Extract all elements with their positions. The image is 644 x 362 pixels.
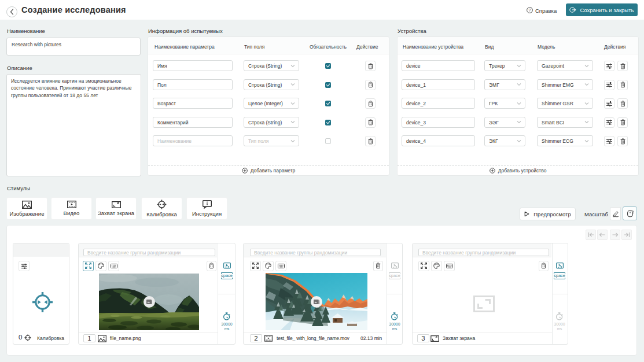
svg-text:?: ? bbox=[529, 8, 531, 12]
